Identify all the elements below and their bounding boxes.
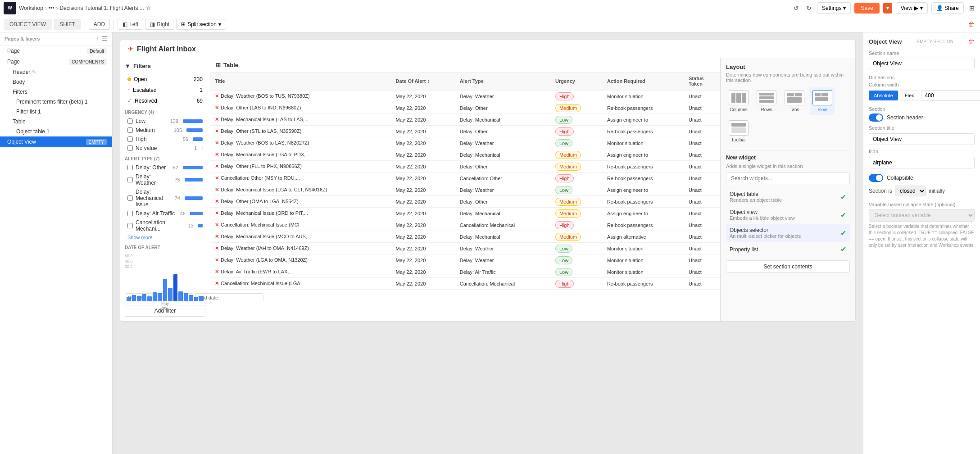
cell-action: Assign engineer to [603, 149, 684, 161]
layout-opt-toolbar[interactable]: Toolbar [726, 118, 751, 145]
table-row[interactable]: ✕Cancellation: Other (MSY to RDU,... May… [210, 173, 720, 184]
bar-13 [189, 295, 193, 301]
redo-button[interactable]: ↻ [804, 4, 813, 13]
table-row[interactable]: ✕Delay: Mechanical Issue (LGA to CLT, N9… [210, 184, 720, 196]
section-name-input[interactable] [869, 58, 975, 69]
alert-other[interactable]: Delay: Other 82 [125, 163, 205, 172]
alert-weather-checkbox[interactable] [127, 177, 133, 182]
sidebar-page-1[interactable]: Page Default [0, 45, 112, 56]
table-row[interactable]: ✕Delay: Other (FLL to PHX, N90866Z) May … [210, 161, 720, 173]
sidebar-object-view[interactable]: Object View EMPTY [0, 136, 112, 147]
table-row[interactable]: ✕Delay: Other (OMA to LGA, N554Z) May 22… [210, 196, 720, 208]
urgency-no-value-checkbox[interactable] [127, 145, 133, 151]
layout-opt-columns[interactable]: Columns [726, 87, 751, 115]
add-button[interactable]: ADD [89, 19, 110, 30]
alert-air-traffic-checkbox[interactable] [127, 211, 133, 216]
delete-section-button[interactable]: 🗑 [968, 38, 975, 45]
alert-air-traffic[interactable]: Delay: Air Traffic 46 [125, 209, 205, 218]
alert-mechanical[interactable]: Delay: Mechanical Issue 74 [125, 187, 205, 209]
section-header-toggle[interactable] [869, 114, 883, 122]
section-title-input[interactable] [869, 133, 975, 145]
right-button[interactable]: ◨ Right [145, 19, 174, 30]
table-row[interactable]: ✕Delay: Weather (BOS to TUS, N79380Z) Ma… [210, 90, 720, 102]
view-button[interactable]: View ▶ ▾ [896, 2, 928, 14]
split-section-button[interactable]: ⊞ Split section ▾ [176, 19, 226, 30]
share-button[interactable]: 👤 Share [931, 2, 964, 14]
cell-urgency: High [551, 173, 603, 184]
layout-opt-rows[interactable]: Rows [754, 87, 779, 115]
table-row[interactable]: ✕Delay: Weather (LGA to OMA, N1320Z) May… [210, 254, 720, 266]
sidebar-page-2[interactable]: Page COMPONENTS [0, 56, 112, 67]
widget-object-table[interactable]: Object table Renders an object table ✔ [726, 188, 850, 206]
table-row[interactable]: ✕Delay: Other (LAS to IND, N69680Z) May … [210, 102, 720, 114]
urgency-high-checkbox[interactable] [127, 136, 133, 142]
show-more-button[interactable]: Show more [125, 233, 205, 241]
sidebar-header[interactable]: Header ✎ [0, 67, 112, 77]
set-contents-button[interactable]: Set section contents [726, 260, 850, 273]
absolute-btn[interactable]: Absolute [869, 91, 898, 100]
table-row[interactable]: ✕Cancellation: Mechinical Issue (MCI May… [210, 219, 720, 231]
urgency-high-name: High [136, 136, 180, 142]
table-row[interactable]: ✕Delay: Other (STL to LAS, N39590Z) May … [210, 126, 720, 137]
table-icon: ⊞ [216, 62, 221, 68]
select-variable-input[interactable]: Select boolean variable [869, 209, 975, 222]
bar-7 [158, 293, 162, 301]
shift-tab[interactable]: SHIFT [54, 19, 81, 30]
collapse-pages-button[interactable]: ☰ [102, 35, 108, 42]
chart-y-20: 20.0 [125, 264, 133, 269]
urgency-high[interactable]: High 56 [125, 135, 205, 144]
table-row[interactable]: ✕Delay: Weather (IAH to OMA, N41469Z) Ma… [210, 243, 720, 254]
layout-opt-flow[interactable]: Flow [810, 87, 835, 115]
widget-object-view[interactable]: Object view Embeds a Hubble object view … [726, 206, 850, 224]
urgency-no-value[interactable]: No value 1 | [125, 144, 205, 153]
table-row[interactable]: ✕Delay: Weather (BOS to LAS, N82027Z) Ma… [210, 137, 720, 149]
col-width-value-input[interactable] [921, 90, 980, 101]
urgency-low[interactable]: Low 139 [125, 117, 205, 126]
flex-btn[interactable]: Flex [900, 91, 919, 100]
table-row[interactable]: ✕Delay: Air Traffic (EWR to LAX,... May … [210, 266, 720, 278]
alert-cancellation-checkbox[interactable] [127, 223, 133, 228]
sidebar-table[interactable]: Table [0, 117, 112, 127]
sidebar-body[interactable]: Body [0, 77, 112, 87]
table-row[interactable]: ✕Delay: Mechanical Issue (MCO to AUS,...… [210, 231, 720, 243]
table-row[interactable]: ✕Delay: Mechanical Issue (LGA to PDX,...… [210, 149, 720, 161]
alert-mechanical-checkbox[interactable] [127, 195, 133, 201]
widget-objects-selector[interactable]: Objects selector An multi-select picker … [726, 224, 850, 242]
search-widgets-input[interactable] [726, 173, 850, 184]
settings-button[interactable]: Settings ▾ [817, 2, 851, 14]
alert-other-checkbox[interactable] [127, 165, 133, 170]
urgency-low-checkbox[interactable] [127, 118, 133, 124]
object-view-tab[interactable]: OBJECT VIEW [4, 19, 52, 30]
cell-status: Unact [684, 231, 720, 243]
grid-icon-btn[interactable]: ⊞ [967, 4, 976, 13]
sidebar-filters[interactable]: Filters [0, 87, 112, 97]
col-width-label: Column width [869, 82, 975, 87]
save-button[interactable]: Save [854, 3, 879, 14]
delete-toolbar-button[interactable]: 🗑 [966, 20, 976, 29]
collapsible-toggle[interactable] [869, 174, 883, 182]
urgency-medium-checkbox[interactable] [127, 127, 133, 133]
left-button[interactable]: ◧ Left [118, 19, 143, 30]
table-row[interactable]: ✕Cancellation: Mechinical Issue (LGA May… [210, 278, 720, 290]
save-label: Save [861, 5, 873, 11]
urgency-medium[interactable]: Medium 105 [125, 126, 205, 135]
undo-button[interactable]: ↺ [792, 4, 801, 13]
layout-opt-tabs[interactable]: Tabs [782, 87, 807, 115]
sidebar-filter-list[interactable]: Filter list 1 [0, 107, 112, 117]
alert-weather[interactable]: Delay: Weather 75 [125, 172, 205, 187]
alert-cancellation[interactable]: Cancellation: Mechani... 13 [125, 218, 205, 233]
icon-input[interactable] [869, 157, 975, 168]
filter-open[interactable]: Open 230 [125, 74, 205, 85]
filter-escalated[interactable]: ↑ Escalated 1 [125, 85, 205, 95]
section-is-select[interactable]: closed open [895, 186, 926, 196]
save-arrow-button[interactable]: ▾ [883, 3, 892, 14]
app-logo: W [4, 2, 16, 14]
widget-property-list[interactable]: Property list ✔ [726, 242, 850, 257]
filter-resolved[interactable]: ✓ Resolved 69 [125, 95, 205, 106]
add-page-button[interactable]: + [95, 35, 99, 42]
table-row[interactable]: ✕Delay: Mechanical Issue (ORD to PIT,...… [210, 208, 720, 219]
sidebar-prominent-terms[interactable]: Prominent terms filter (beta) 1 [0, 97, 112, 107]
table-row[interactable]: ✕Delay: Mechanical Issue (LAS to LAS,...… [210, 114, 720, 126]
cell-urgency: Medium [551, 208, 603, 219]
sidebar-object-table[interactable]: Object table 1 [0, 127, 112, 136]
